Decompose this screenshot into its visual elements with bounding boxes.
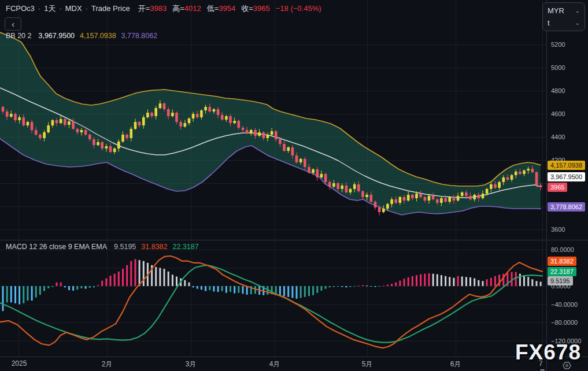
high-value: 4012 (184, 4, 201, 13)
unit-select[interactable]: t ⌄ (543, 18, 585, 27)
time-axis-label: 5月 (362, 359, 373, 369)
unit-value: t (548, 18, 550, 27)
macd-tick-label: 80.0000 (551, 246, 574, 253)
macd-line-badge: 31.8382 (548, 257, 576, 266)
close-label: 收= (241, 4, 253, 13)
macd-signal-value: 22.3187 (173, 243, 199, 251)
separator-dot: · (59, 4, 61, 13)
price-chart-canvas[interactable] (0, 0, 588, 371)
price-tick-label: 4800 (551, 87, 565, 94)
low-label: 低= (207, 4, 219, 13)
chevron-down-icon: ⌄ (575, 20, 580, 26)
macd-indicator-row[interactable]: MACD 12 26 close 9 EMA EMA9.519531.83822… (6, 243, 199, 251)
macd-hist-badge: 9.5195 (548, 276, 573, 285)
chevron-left-icon: ‹ (12, 20, 14, 29)
low-value: 3954 (219, 4, 235, 13)
watermark: FX678 (515, 340, 581, 365)
last-price-badge: 3965 (548, 183, 567, 192)
time-axis[interactable]: 20252月3月4月5月6月7月 (0, 357, 547, 371)
price-tick-label: 5200 (551, 41, 565, 48)
time-axis-label: 2月 (102, 359, 113, 369)
bb-upper-price-badge: 4,157.0938 (548, 161, 585, 170)
chart-window: FCPOc3·1天·MDX·Trade Price开=3983高=4012低=3… (0, 0, 588, 371)
currency-select[interactable]: MYR ⌄ (543, 6, 585, 15)
close-value: 3965 (253, 4, 270, 13)
bb-title: BB 20 2 (6, 32, 31, 40)
chevron-down-icon: ⌄ (575, 8, 580, 14)
symbol-name[interactable]: FCPOc3 (6, 4, 35, 13)
separator-dot: · (38, 4, 40, 13)
time-axis-label: 2025 (12, 359, 27, 368)
bb-indicator-row[interactable]: BB 20 23,967.95004,157.09383,778.8062 (6, 32, 157, 40)
interval-label[interactable]: 1天 (44, 4, 56, 13)
macd-tick-label: −80.0000 (551, 319, 578, 326)
bb-upper-value: 4,157.0938 (80, 32, 116, 40)
bb-basis-price-badge: 3,967.9500 (548, 172, 585, 181)
open-label: 开= (138, 4, 150, 13)
price-tick-label: 5000 (551, 64, 565, 71)
price-tick-label: 4400 (551, 133, 565, 140)
bb-lower-price-badge: 3,778.8062 (548, 202, 585, 212)
back-button[interactable]: ‹ (5, 17, 21, 31)
change-value: −18 (−0.45%) (276, 4, 321, 13)
symbol-header: FCPOc3·1天·MDX·Trade Price开=3983高=4012低=3… (6, 3, 321, 14)
currency-value: MYR (548, 6, 564, 15)
time-axis-label: 3月 (186, 359, 197, 369)
time-axis-label: 4月 (269, 359, 280, 369)
series-type-label: Trade Price (91, 4, 130, 13)
time-axis-label: 6月 (450, 359, 461, 369)
exchange-label: MDX (65, 4, 82, 13)
currency-unit-panel: MYR ⌄ t ⌄ (542, 2, 585, 31)
bb-basis-value: 3,967.9500 (38, 32, 75, 40)
macd-line-value: 31.8382 (141, 243, 167, 251)
macd-hist-value: 9.5195 (114, 243, 136, 251)
bb-lower-value: 3,778.8062 (121, 32, 158, 40)
price-tick-label: 4600 (551, 110, 565, 117)
macd-tick-label: −40.0000 (551, 301, 578, 308)
open-value: 3983 (150, 4, 167, 13)
high-label: 高= (172, 4, 184, 13)
macd-title: MACD 12 26 close 9 EMA EMA (6, 243, 107, 251)
separator-dot: · (86, 4, 88, 13)
price-tick-label: 3600 (551, 226, 565, 233)
macd-signal-badge: 22.3187 (548, 267, 576, 276)
